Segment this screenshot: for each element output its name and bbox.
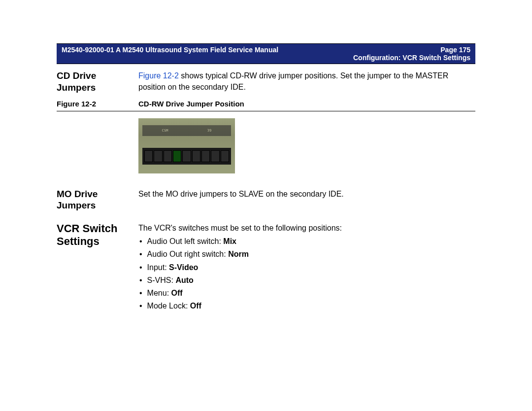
vcr-settings-list: Audio Out left switch: Mix Audio Out rig… xyxy=(138,236,475,311)
section-path: Configuration: VCR Switch Settings xyxy=(353,54,470,62)
list-item: S-VHS: Auto xyxy=(139,274,475,286)
mo-drive-body: Set the MO drive jumpers to SLAVE on the… xyxy=(138,188,475,212)
vcr-section: VCR Switch Settings The VCR's switches m… xyxy=(57,222,475,313)
cd-drive-text: shows typical CD-RW drive jumper positio… xyxy=(138,71,448,91)
list-item: Input: S-Video xyxy=(139,262,475,273)
figure-image-row: CSM39 xyxy=(57,118,475,173)
cd-drive-heading: CD Drive Jumpers xyxy=(57,70,130,94)
figure-label: Figure 12-2 xyxy=(57,100,130,108)
cd-rw-jumper-photo: CSM39 xyxy=(138,118,235,173)
mo-drive-section: MO Drive Jumpers Set the MO drive jumper… xyxy=(57,188,475,212)
list-item: Mode Lock: Off xyxy=(139,300,475,311)
cd-drive-section: CD Drive Jumpers Figure 12-2 shows typic… xyxy=(57,70,475,94)
vcr-intro: The VCR's switches must be set to the fo… xyxy=(138,222,475,234)
cd-drive-body: Figure 12-2 shows typical CD-RW drive ju… xyxy=(138,70,475,94)
list-item: Audio Out right switch: Norm xyxy=(139,248,475,260)
page-number: Page 175 xyxy=(440,46,470,54)
figure-link[interactable]: Figure 12-2 xyxy=(138,71,179,80)
figure-caption-row: Figure 12-2 CD-RW Drive Jumper Position xyxy=(57,97,475,111)
mo-drive-heading: MO Drive Jumpers xyxy=(57,188,130,212)
doc-id: M2540-92000-01 A M2540 Ultrasound System… xyxy=(62,46,278,54)
list-item: Menu: Off xyxy=(139,287,475,299)
list-item: Audio Out left switch: Mix xyxy=(139,236,475,247)
figure-title: CD-RW Drive Jumper Position xyxy=(138,100,244,108)
vcr-heading: VCR Switch Settings xyxy=(57,222,130,313)
page-header-bar: M2540-92000-01 A M2540 Ultrasound System… xyxy=(57,43,475,64)
vcr-body: The VCR's switches must be set to the fo… xyxy=(138,222,475,313)
page-content: CD Drive Jumpers Figure 12-2 shows typic… xyxy=(57,64,475,313)
